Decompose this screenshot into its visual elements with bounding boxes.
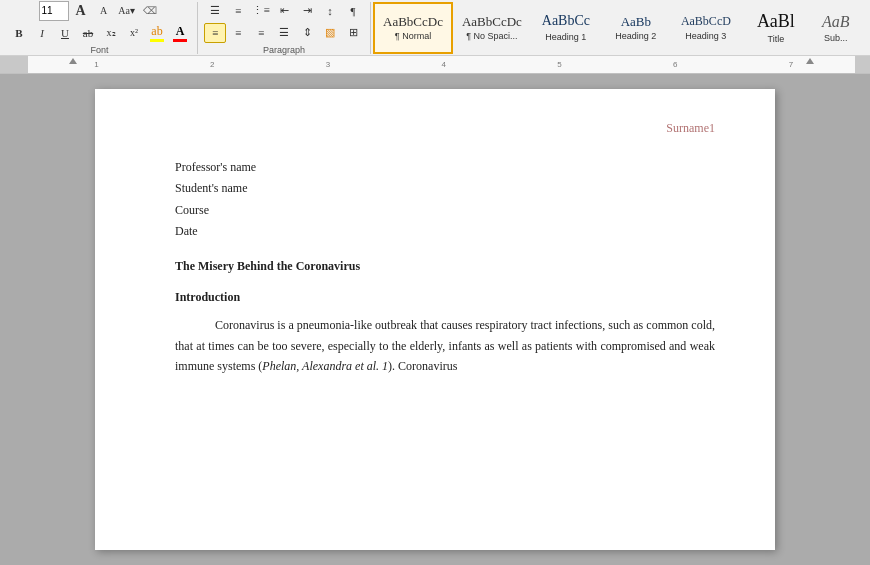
line-spacing-btn[interactable]: ⇕ [296, 23, 318, 43]
paragraph-indent [175, 315, 215, 335]
style-subtitle[interactable]: AaB Sub... [811, 2, 861, 54]
ruler-marker [69, 58, 77, 64]
underline-btn[interactable]: U [54, 23, 76, 43]
increase-indent-btn[interactable]: ⇥ [296, 1, 318, 21]
intro-heading: Introduction [175, 288, 715, 307]
paragraph-group: ☰ ≡ ⋮≡ ⇤ ⇥ ↕ ¶ ≡ ≡ ≡ ☰ ⇕ ▧ ⊞ Paragraph [198, 2, 371, 54]
citation-text: Phelan, Alexandra et al. 1 [262, 359, 388, 373]
professor-field: Professor's name [175, 158, 715, 177]
style-normal-label: ¶ Normal [395, 31, 431, 41]
style-title-preview: AaBl [757, 11, 795, 33]
style-heading1-preview: AaBbCc [542, 13, 590, 30]
body-paragraph: Coronavirus is a pneumonia-like outbreak… [175, 315, 715, 376]
style-heading2-label: Heading 2 [615, 31, 656, 41]
style-no-spacing[interactable]: AaBbCcDc ¶ No Spaci... [453, 2, 531, 54]
align-right-btn[interactable]: ≡ [250, 23, 272, 43]
shading-btn[interactable]: ▧ [319, 23, 341, 43]
clear-format-btn[interactable]: ⌫ [139, 1, 161, 21]
document-area: Surname1 Professor's name Student's name… [0, 74, 870, 565]
bold-btn[interactable]: B [8, 23, 30, 43]
page-header: Surname1 [175, 119, 715, 138]
paper-title: The Misery Behind the Coronavirus [175, 257, 715, 276]
style-heading1[interactable]: AaBbCc Heading 1 [531, 2, 601, 54]
style-heading3[interactable]: AaBbCcD Heading 3 [671, 2, 741, 54]
multilevel-btn[interactable]: ⋮≡ [250, 1, 272, 21]
course-field: Course [175, 201, 715, 220]
date-field: Date [175, 222, 715, 241]
style-title[interactable]: AaBl Title [741, 2, 811, 54]
style-subtitle-label: Sub... [824, 33, 848, 43]
style-heading1-label: Heading 1 [545, 32, 586, 42]
justify-btn[interactable]: ☰ [273, 23, 295, 43]
style-no-spacing-label: ¶ No Spaci... [466, 31, 517, 41]
ruler-tick-4: 4 [442, 60, 446, 69]
style-heading2-preview: AaBb [621, 14, 651, 30]
align-left-btn[interactable]: ≡ [204, 23, 226, 43]
styles-section: AaBbCcDc ¶ Normal AaBbCcDc ¶ No Spaci...… [371, 2, 868, 54]
toolbar: 11 A A Aa▾ ⌫ B I U ab x₂ x² ab A [0, 0, 870, 74]
style-normal[interactable]: AaBbCcDc ¶ Normal [373, 2, 453, 54]
sort-btn[interactable]: ↕ [319, 1, 341, 21]
grow-font-btn[interactable]: A [70, 1, 92, 21]
ruler-tick-7: 7 [789, 60, 793, 69]
style-heading2[interactable]: AaBb Heading 2 [601, 2, 671, 54]
style-no-spacing-preview: AaBbCcDc [462, 14, 522, 30]
highlight-color-btn[interactable]: ab [146, 23, 168, 43]
numbering-btn[interactable]: ≡ [227, 1, 249, 21]
superscript-btn[interactable]: x² [123, 23, 145, 43]
shrink-font-btn[interactable]: A [93, 1, 115, 21]
document-page[interactable]: Surname1 Professor's name Student's name… [95, 89, 775, 550]
ruler-tick-2: 2 [210, 60, 214, 69]
ruler: 1 2 3 4 5 6 7 [0, 56, 870, 74]
borders-btn[interactable]: ⊞ [342, 23, 364, 43]
font-aa-btn[interactable]: Aa▾ [116, 1, 138, 21]
style-heading3-preview: AaBbCcD [681, 14, 731, 28]
font-section-label: Font [90, 45, 108, 55]
strikethrough-btn[interactable]: ab [77, 23, 99, 43]
style-heading3-label: Heading 3 [685, 31, 726, 41]
font-group: 11 A A Aa▾ ⌫ B I U ab x₂ x² ab A [2, 2, 198, 54]
ruler-tick-3: 3 [326, 60, 330, 69]
bullets-btn[interactable]: ☰ [204, 1, 226, 21]
paragraph-section-label: Paragraph [263, 45, 305, 55]
ruler-tick-5: 5 [557, 60, 561, 69]
font-color-btn[interactable]: A [169, 23, 191, 43]
italic-btn[interactable]: I [31, 23, 53, 43]
student-field: Student's name [175, 179, 715, 198]
show-formatting-btn[interactable]: ¶ [342, 1, 364, 21]
decrease-indent-btn[interactable]: ⇤ [273, 1, 295, 21]
intro-text2: ). Coronavirus [388, 359, 457, 373]
subscript-btn[interactable]: x₂ [100, 23, 122, 43]
align-center-btn[interactable]: ≡ [227, 23, 249, 43]
style-normal-preview: AaBbCcDc [383, 14, 443, 30]
style-title-label: Title [768, 34, 785, 44]
font-size-input[interactable]: 11 [39, 1, 69, 21]
ruler-marker-right [806, 58, 814, 64]
style-subtitle-preview: AaB [822, 12, 850, 31]
ruler-tick-6: 6 [673, 60, 677, 69]
ruler-tick-1: 1 [94, 60, 98, 69]
